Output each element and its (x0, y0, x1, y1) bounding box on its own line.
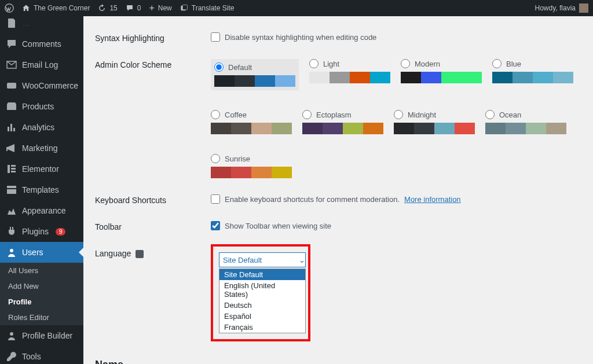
language-option[interactable]: Français (219, 322, 305, 333)
syntax-checkbox-row[interactable]: Disable syntax highlighting when editing… (211, 32, 581, 42)
language-dropdown: Site DefaultEnglish (United States)Deuts… (219, 269, 306, 333)
language-option[interactable]: English (United States) (219, 280, 305, 300)
swatch (506, 123, 526, 134)
toolbar-checkbox-row[interactable]: Show Toolbar when viewing site (211, 221, 581, 230)
howdy-link[interactable]: Howdy, flavia (535, 3, 588, 13)
shortcuts-checkbox-row[interactable]: Enable keyboard shortcuts for comment mo… (211, 194, 581, 204)
swatch (211, 167, 231, 178)
scheme-radio[interactable] (302, 110, 312, 119)
comments-link[interactable]: 0 (126, 4, 141, 12)
sidebar-item-appearance[interactable]: Appearance (0, 200, 83, 221)
updates-link[interactable]: 15 (98, 4, 117, 12)
sidebar-item-elementor[interactable]: Elementor (0, 159, 83, 179)
scheme-radio[interactable] (211, 110, 220, 119)
swatch (414, 123, 434, 134)
scheme-radio-row[interactable]: Blue (492, 59, 573, 68)
color-scheme-light[interactable]: Light (309, 59, 390, 90)
main-content[interactable]: Syntax Highlighting Disable syntax highl… (83, 16, 593, 364)
sidebar-item-email-log[interactable]: Email Log (0, 54, 83, 75)
sidebar-item-label: Elementor (22, 164, 59, 174)
shortcuts-more-link[interactable]: More information (404, 195, 461, 204)
toolbar-checkbox[interactable] (211, 221, 220, 230)
swatch (394, 123, 414, 134)
swatch-row (401, 72, 482, 83)
language-option[interactable]: Site Default (219, 269, 305, 280)
color-scheme-coffee[interactable]: Coffee (211, 110, 292, 134)
translate-site-link[interactable]: Translate Site (180, 4, 235, 12)
swatch-row (492, 72, 573, 83)
swatch (255, 75, 275, 87)
scheme-radio[interactable] (401, 59, 410, 68)
scheme-radio-row[interactable]: Modern (401, 59, 482, 68)
scheme-radio-row[interactable]: Default (214, 62, 295, 72)
sidebar-item-tools[interactable]: Tools (0, 346, 83, 364)
color-schemes-grid: DefaultLightModernBlueCoffeeEctoplasmMid… (211, 59, 581, 178)
scheme-radio[interactable] (309, 59, 319, 68)
howdy-text: Howdy, flavia (535, 4, 576, 12)
scheme-name: Ectoplasm (316, 111, 352, 119)
language-select[interactable]: Site Default ⌄ (219, 252, 306, 267)
translate-icon (136, 250, 144, 258)
sidebar-item-templates[interactable]: Templates (0, 179, 83, 200)
sidebar-item-label: Templates (22, 185, 59, 194)
color-scheme-ectoplasm[interactable]: Ectoplasm (302, 110, 383, 134)
color-scheme-sunrise[interactable]: Sunrise (211, 154, 292, 178)
language-selected-value: Site Default (223, 256, 262, 264)
site-name-text: The Green Corner (34, 4, 90, 12)
svg-point-8 (10, 249, 13, 252)
language-option[interactable]: Español (219, 311, 305, 322)
sidebar-item-products[interactable]: Products (0, 96, 83, 117)
admin-sidebar: … Comments Email Log WooCommerce Product… (0, 16, 83, 364)
swatch (492, 72, 513, 83)
submenu-all-users[interactable]: All Users (0, 263, 83, 278)
color-scheme-blue[interactable]: Blue (492, 59, 573, 90)
scheme-name: Sunrise (225, 155, 250, 163)
sidebar-item-comments[interactable]: Comments (0, 34, 83, 54)
sidebar-item-label: Marketing (22, 144, 57, 153)
scheme-radio-row[interactable]: Light (309, 59, 390, 68)
swatch (214, 75, 235, 87)
sidebar-item-analytics[interactable]: Analytics (0, 117, 83, 138)
scheme-radio-row[interactable]: Midnight (394, 110, 475, 119)
language-label: Language (95, 248, 211, 341)
shortcuts-checkbox[interactable] (211, 194, 220, 204)
scheme-radio[interactable] (492, 59, 502, 68)
sidebar-item-marketing[interactable]: Marketing (0, 138, 83, 159)
scheme-radio-row[interactable]: Ectoplasm (302, 110, 383, 119)
new-link[interactable]: +New (149, 3, 171, 13)
color-scheme-midnight[interactable]: Midnight (394, 110, 475, 134)
language-option[interactable]: Deutsch (219, 300, 305, 311)
scheme-radio-row[interactable]: Coffee (211, 110, 292, 119)
comments-count: 0 (137, 4, 141, 12)
scheme-radio-row[interactable]: Ocean (485, 110, 566, 119)
color-scheme-ocean[interactable]: Ocean (485, 110, 566, 134)
swatch (526, 123, 546, 134)
sidebar-item-profile-builder[interactable]: Profile Builder (0, 325, 83, 346)
submenu-add-new[interactable]: Add New (0, 278, 83, 294)
sidebar-item-users[interactable]: Users (0, 242, 83, 263)
scheme-radio[interactable] (211, 154, 220, 163)
color-scheme-modern[interactable]: Modern (401, 59, 482, 90)
submenu-profile[interactable]: Profile (0, 294, 83, 310)
swatch-row (214, 75, 295, 87)
language-highlight-box: Site Default ⌄ Site DefaultEnglish (Unit… (211, 244, 310, 341)
color-scheme-default[interactable]: Default (211, 59, 299, 90)
swatch-row (485, 123, 566, 134)
submenu-roles-editor[interactable]: Roles Editor (0, 310, 83, 325)
scheme-radio[interactable] (485, 110, 495, 119)
sidebar-item-pages[interactable]: … (0, 16, 83, 34)
wp-logo-icon[interactable] (5, 3, 14, 13)
scheme-radio[interactable] (214, 62, 224, 72)
sidebar-item-woocommerce[interactable]: WooCommerce (0, 75, 83, 96)
syntax-checkbox[interactable] (211, 32, 220, 42)
swatch (421, 72, 441, 83)
scheme-radio-row[interactable]: Sunrise (211, 154, 292, 163)
swatch (211, 123, 231, 134)
site-name-link[interactable]: The Green Corner (22, 4, 90, 12)
scheme-name: Default (228, 63, 252, 72)
svg-rect-3 (7, 83, 16, 89)
scheme-radio[interactable] (394, 110, 403, 119)
swatch (275, 75, 295, 87)
sidebar-item-plugins[interactable]: Plugins9 (0, 221, 83, 242)
scheme-label: Admin Color Scheme (95, 59, 211, 178)
